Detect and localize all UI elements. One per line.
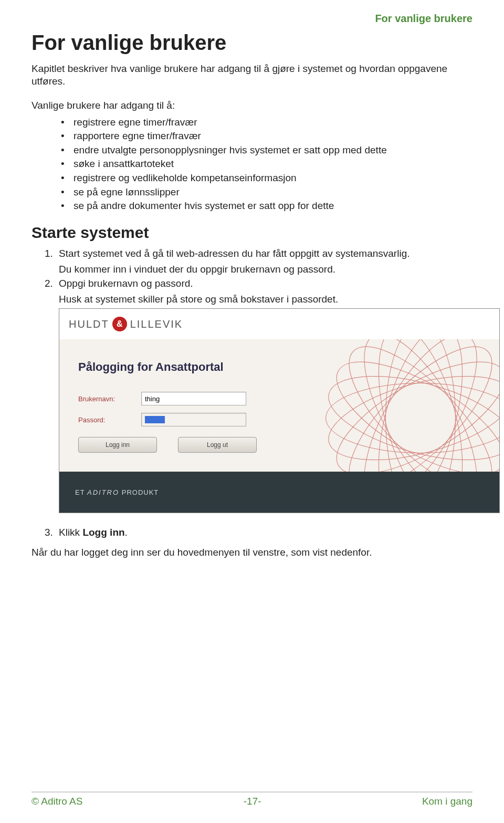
access-bullet-list: registrere egne timer/fravær rapportere …: [32, 116, 472, 213]
list-item: se på egne lønnsslipper: [61, 185, 472, 200]
brand-text-right: LILLEVIK: [130, 318, 183, 330]
step-2-cont: Husk at systemet skiller på store og små…: [32, 293, 472, 306]
step-list: Klikk Logg inn.: [32, 526, 472, 539]
footer-right: Kom i gang: [422, 796, 472, 807]
step-2: Oppgi brukernavn og passord.: [56, 277, 472, 290]
login-body: Pålogging for Ansattportal Brukernavn: P…: [59, 339, 499, 472]
step-3: Klikk Logg inn.: [56, 526, 472, 539]
final-paragraph: Når du har logget deg inn ser du hovedme…: [32, 546, 472, 559]
login-brand-bar: HULDT & LILLEVIK: [59, 309, 499, 339]
page-title: For vanlige brukere: [32, 31, 472, 54]
footer-page-number: -17-: [244, 796, 261, 807]
footer-pre: ET: [75, 488, 87, 496]
footer-rule: [32, 791, 472, 793]
step-3-pre: Klikk: [59, 527, 82, 538]
step-list: Start systemet ved å gå til web-adressen…: [32, 247, 472, 261]
login-button[interactable]: Logg inn: [78, 437, 157, 453]
login-heading: Pålogging for Ansattportal: [78, 360, 484, 374]
login-screenshot: HULDT & LILLEVIK: [59, 308, 500, 513]
list-item: registrere egne timer/fravær: [61, 116, 472, 130]
intro-paragraph: Kapitlet beskriver hva vanlige brukere h…: [32, 62, 472, 88]
ampersand-icon: &: [112, 317, 127, 331]
step-list: Oppgi brukernavn og passord.: [32, 277, 472, 290]
footer-brand: ADITRO: [87, 488, 119, 496]
list-item: registrere og vedlikeholde kompetanseinf…: [61, 171, 472, 185]
page-footer: © Aditro AS -17- Kom i gang: [32, 791, 472, 807]
password-input[interactable]: [141, 413, 246, 426]
list-item: søke i ansattkartoteket: [61, 157, 472, 171]
section-heading-start: Starte systemet: [32, 224, 472, 242]
list-item: endre utvalgte personopplysninger hvis s…: [61, 143, 472, 158]
password-label: Passord:: [78, 416, 141, 424]
username-label: Brukernavn:: [78, 395, 141, 403]
step-3-post: .: [125, 527, 128, 538]
running-header: For vanlige brukere: [32, 13, 472, 25]
footer-left: © Aditro AS: [32, 796, 82, 807]
brand-text-left: HULDT: [69, 318, 109, 330]
logout-button[interactable]: Logg ut: [178, 437, 257, 453]
step-3-bold: Logg inn: [82, 527, 124, 538]
step-1-cont: Du kommer inn i vinduet der du oppgir br…: [32, 263, 472, 276]
bullet-lead-in: Vanlige brukere har adgang til å:: [32, 100, 472, 111]
step-1: Start systemet ved å gå til web-adressen…: [56, 247, 472, 261]
login-footer: ET ADITRO PRODUKT: [59, 472, 499, 513]
username-input[interactable]: [141, 392, 246, 405]
list-item: se på andre dokumenter hvis systemet er …: [61, 199, 472, 213]
list-item: rapportere egne timer/fravær: [61, 129, 472, 143]
footer-post: PRODUKT: [122, 488, 159, 496]
